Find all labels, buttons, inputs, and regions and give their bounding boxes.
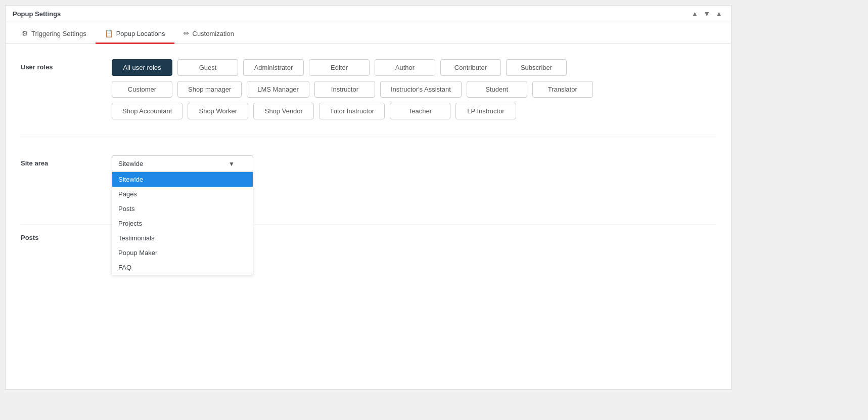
role-btn-shop-worker[interactable]: Shop Worker (188, 103, 248, 119)
header-controls: ▲ ▼ ▲ (690, 10, 724, 18)
tab-customization[interactable]: ✏ Customization (174, 22, 243, 44)
role-btn-all-user-roles[interactable]: All user roles (112, 59, 172, 76)
tab-popup-locations-label: Popup Locations (116, 30, 165, 37)
role-btn-instructors-assistant[interactable]: Instructor's Assistant (380, 81, 462, 98)
customization-icon: ✏ (184, 29, 190, 37)
site-area-dropdown-display[interactable]: Sitewide ▼ (112, 155, 253, 172)
site-area-dropdown-list: Sitewide Pages Posts Projects Testimonia… (112, 172, 253, 275)
right-sidebar (737, 0, 868, 420)
user-roles-section: User roles All user roles Guest Administ… (21, 59, 716, 135)
role-btn-instructor[interactable]: Instructor (314, 81, 375, 98)
page-wrapper: Popup Settings ▲ ▼ ▲ ⚙ Triggering Settin… (0, 0, 868, 420)
site-area-selected-value: Sitewide (118, 160, 143, 167)
tabs-bar: ⚙ Triggering Settings 📋 Popup Locations … (6, 22, 731, 44)
content-area: User roles All user roles Guest Administ… (6, 44, 731, 292)
role-btn-guest[interactable]: Guest (177, 59, 238, 76)
role-btn-lp-instructor[interactable]: LP Instructor (455, 103, 516, 119)
user-roles-label: User roles (21, 59, 102, 71)
role-btn-shop-vendor[interactable]: Shop Vendor (253, 103, 314, 119)
role-btn-lms-manager[interactable]: LMS Manager (247, 81, 309, 98)
role-btn-administrator[interactable]: Administrator (243, 59, 304, 76)
role-btn-shop-manager[interactable]: Shop manager (177, 81, 242, 98)
user-roles-content: All user roles Guest Administrator Edito… (102, 59, 716, 119)
role-btn-shop-accountant[interactable]: Shop Accountant (112, 103, 182, 119)
dropdown-option-projects[interactable]: Projects (112, 216, 253, 231)
role-btn-contributor[interactable]: Contributor (440, 59, 501, 76)
role-btn-student[interactable]: Student (467, 81, 527, 98)
posts-label: Posts (21, 230, 102, 241)
dropdown-option-sitewide[interactable]: Sitewide (112, 172, 253, 187)
roles-row-3: Shop Accountant Shop Worker Shop Vendor … (112, 103, 716, 119)
tab-customization-label: Customization (193, 30, 234, 37)
collapse-down-button[interactable]: ▼ (702, 10, 712, 18)
site-area-label: Site area (21, 155, 102, 167)
dropdown-option-pages[interactable]: Pages (112, 187, 253, 201)
role-btn-subscriber[interactable]: Subscriber (506, 59, 567, 76)
dropdown-option-testimonials[interactable]: Testimonials (112, 231, 253, 245)
gear-icon: ⚙ (22, 29, 28, 37)
tab-popup-locations[interactable]: 📋 Popup Locations (96, 22, 174, 44)
dropdown-option-faq[interactable]: FAQ (112, 260, 253, 275)
role-btn-translator[interactable]: Translator (532, 81, 593, 98)
popup-settings-box: Popup Settings ▲ ▼ ▲ ⚙ Triggering Settin… (5, 5, 732, 390)
role-btn-author[interactable]: Author (375, 59, 435, 76)
role-btn-tutor-instructor[interactable]: Tutor Instructor (319, 103, 385, 119)
site-area-content: Sitewide ▼ Sitewide Pages Posts Projects… (102, 155, 716, 209)
dropdown-option-posts[interactable]: Posts (112, 201, 253, 216)
site-area-section: Site area Sitewide ▼ Sitewide Pages Post… (21, 155, 716, 225)
main-panel: Popup Settings ▲ ▼ ▲ ⚙ Triggering Settin… (0, 0, 737, 420)
role-btn-customer[interactable]: Customer (112, 81, 172, 98)
popup-locations-icon: 📋 (105, 29, 113, 37)
dropdown-chevron-icon: ▼ (229, 160, 235, 167)
site-area-dropdown-wrapper: Sitewide ▼ Sitewide Pages Posts Projects… (112, 155, 716, 172)
popup-settings-header: Popup Settings ▲ ▼ ▲ (6, 6, 731, 22)
dropdown-option-popup-maker[interactable]: Popup Maker (112, 245, 253, 260)
roles-grid: All user roles Guest Administrator Edito… (112, 59, 716, 119)
collapse-up-button[interactable]: ▲ (690, 10, 700, 18)
tab-triggering-label: Triggering Settings (31, 30, 86, 37)
tab-triggering-settings[interactable]: ⚙ Triggering Settings (13, 22, 96, 44)
role-btn-teacher[interactable]: Teacher (390, 103, 450, 119)
roles-row-2: Customer Shop manager LMS Manager Instru… (112, 81, 716, 98)
roles-row-1: All user roles Guest Administrator Edito… (112, 59, 716, 76)
popup-settings-title: Popup Settings (13, 10, 61, 18)
expand-button[interactable]: ▲ (714, 10, 724, 18)
role-btn-editor[interactable]: Editor (309, 59, 370, 76)
